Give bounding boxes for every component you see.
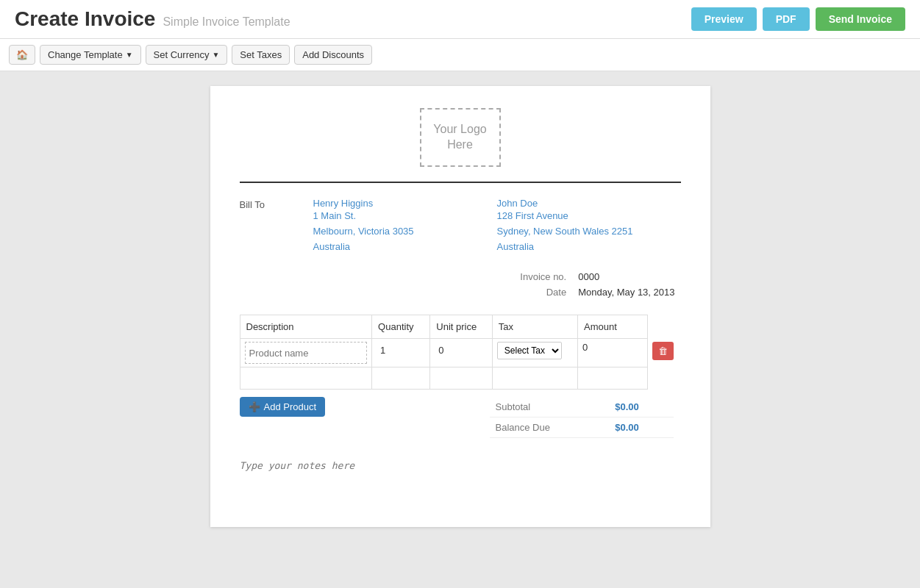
change-template-label: Change Template <box>48 49 123 60</box>
items-footer: ➕ Add Product Subtotal $0.00 Balance Due… <box>240 397 681 438</box>
toolbar: 🏠 Change Template ▼ Set Currency ▼ Set T… <box>0 39 920 71</box>
logo-placeholder-text: Your LogoHere <box>433 122 486 153</box>
invoice-paper: Your LogoHere Bill To Henry Higgins 1 Ma… <box>210 86 710 527</box>
add-product-button[interactable]: ➕ Add Product <box>240 397 326 417</box>
header-actions: Preview PDF Send Invoice <box>691 7 905 31</box>
send-invoice-button[interactable]: Send Invoice <box>816 7 905 31</box>
plus-icon: ➕ <box>249 401 260 412</box>
set-taxes-label: Set Taxes <box>240 49 282 60</box>
balance-label: Balance Due <box>490 417 610 438</box>
preview-button[interactable]: Preview <box>691 7 757 31</box>
col-header-tax: Tax <box>492 315 577 339</box>
set-currency-label: Set Currency <box>154 49 210 60</box>
invoice-meta: Invoice no. 0000 Date Monday, May 13, 20… <box>240 269 681 300</box>
delete-cell: 🗑 <box>648 339 680 368</box>
invoice-no-value[interactable]: 0000 <box>572 269 680 284</box>
tax-cell: Select Tax <box>492 339 577 368</box>
description-input[interactable] <box>245 342 368 364</box>
col-header-description: Description <box>240 315 372 339</box>
table-row: Select Tax 0 🗑 <box>240 339 680 368</box>
subtotal-row: Subtotal $0.00 <box>490 397 674 417</box>
bill-to: John Doe 128 First Avenue Sydney, New So… <box>497 198 681 254</box>
add-discounts-button[interactable]: Add Discounts <box>294 45 372 65</box>
page-title: Create Invoice <box>15 7 155 31</box>
subtotal-value: $0.00 <box>609 397 673 417</box>
date-label: Date <box>514 284 572 300</box>
home-icon: 🏠 <box>16 49 28 60</box>
to-address: 128 First Avenue Sydney, New South Wales… <box>497 209 681 254</box>
invoice-divider <box>240 182 681 183</box>
bill-to-label: Bill To <box>240 198 313 254</box>
pdf-button[interactable]: PDF <box>763 7 810 31</box>
notes-area <box>240 460 681 484</box>
from-name: Henry Higgins <box>313 198 497 209</box>
home-button[interactable]: 🏠 <box>9 45 35 65</box>
page-subtitle: Simple Invoice Template <box>163 15 290 29</box>
add-product-label: Add Product <box>264 401 317 412</box>
amount-value: 0 <box>582 342 588 353</box>
line-items-table: Description Quantity Unit price Tax Amou… <box>240 315 681 390</box>
col-header-amount: Amount <box>578 315 648 339</box>
quantity-input[interactable] <box>377 342 425 359</box>
main-content: Your LogoHere Bill To Henry Higgins 1 Ma… <box>0 71 920 542</box>
footer-left: ➕ Add Product <box>240 397 490 417</box>
bill-from: Henry Higgins 1 Main St. Melbourn, Victo… <box>313 198 497 254</box>
from-address: 1 Main St. Melbourn, Victoria 3035 Austr… <box>313 209 497 254</box>
quantity-cell <box>372 339 430 368</box>
notes-input[interactable] <box>240 460 681 482</box>
date-value[interactable]: Monday, May 13, 2013 <box>572 284 680 300</box>
tax-select[interactable]: Select Tax <box>497 342 562 359</box>
unit-price-input[interactable] <box>435 342 488 359</box>
set-taxes-button[interactable]: Set Taxes <box>232 45 290 65</box>
tax-select-wrapper: Select Tax <box>497 342 573 359</box>
to-name: John Doe <box>497 198 681 209</box>
totals-table: Subtotal $0.00 Balance Due $0.00 <box>490 397 674 438</box>
unit-price-cell <box>430 339 493 368</box>
billing-section: Bill To Henry Higgins 1 Main St. Melbour… <box>240 198 681 254</box>
set-currency-arrow-icon: ▼ <box>212 51 219 59</box>
empty-row <box>240 368 680 390</box>
set-currency-button[interactable]: Set Currency ▼ <box>146 45 228 65</box>
header-left: Create Invoice Simple Invoice Template <box>15 7 290 31</box>
logo-area: Your LogoHere <box>240 108 681 167</box>
col-header-quantity: Quantity <box>372 315 430 339</box>
delete-row-button[interactable]: 🗑 <box>652 342 674 360</box>
balance-row: Balance Due $0.00 <box>490 417 674 438</box>
subtotal-label: Subtotal <box>490 397 610 417</box>
logo-upload[interactable]: Your LogoHere <box>420 108 501 167</box>
invoice-no-label: Invoice no. <box>514 269 572 284</box>
change-template-arrow-icon: ▼ <box>126 51 133 59</box>
balance-value: $0.00 <box>609 417 673 438</box>
col-header-delete <box>648 315 680 339</box>
page-header: Create Invoice Simple Invoice Template P… <box>0 0 920 39</box>
col-header-unit-price: Unit price <box>430 315 493 339</box>
add-discounts-label: Add Discounts <box>302 49 364 60</box>
meta-table: Invoice no. 0000 Date Monday, May 13, 20… <box>514 269 680 300</box>
trash-icon: 🗑 <box>658 345 668 356</box>
footer-right: Subtotal $0.00 Balance Due $0.00 <box>490 397 681 438</box>
description-cell <box>240 339 372 368</box>
change-template-button[interactable]: Change Template ▼ <box>40 45 141 65</box>
amount-cell: 0 <box>578 339 648 368</box>
